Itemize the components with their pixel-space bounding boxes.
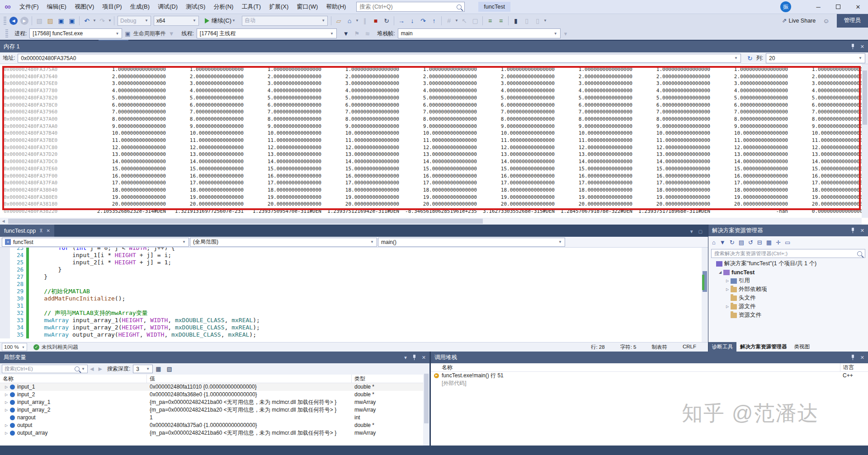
tab-解决方案资源管理器[interactable]: 解决方案资源管理器	[736, 342, 791, 352]
collapse-all-icon[interactable]: ⊟	[757, 239, 762, 246]
live-share-button[interactable]: ⇗ Live Share	[782, 17, 816, 24]
dropdown-icon[interactable]: ▼	[454, 19, 459, 23]
menu-窗口W[interactable]: 窗口(W)	[292, 0, 322, 14]
zoom-select[interactable]: 100 %▼	[2, 343, 27, 351]
home-icon[interactable]: ⌂	[712, 239, 716, 246]
breakpoint-margin[interactable]	[0, 295, 10, 302]
tree-item-外部依赖项[interactable]: ▷外部依赖项	[708, 285, 868, 294]
close-button[interactable]: ✕	[848, 0, 868, 14]
properties-icon[interactable]: ✛	[776, 239, 781, 246]
locals-header-row[interactable]: 名称 值 类型	[0, 375, 429, 383]
minimize-button[interactable]: ─	[808, 0, 828, 14]
callstack-row[interactable]: funcTest.exe!main() 行 51C++	[431, 372, 868, 380]
prev-bookmark-icon[interactable]: ▯	[521, 15, 532, 26]
breakpoint-margin[interactable]	[0, 302, 10, 310]
add-item-icon[interactable]: ▨	[45, 15, 56, 26]
solution-search-input[interactable]: 搜索解决方案资源管理器(Ctrl+;)	[711, 249, 865, 258]
chevron-down-icon[interactable]: ▼	[81, 367, 85, 371]
breakpoint-margin[interactable]	[0, 273, 10, 281]
memory-grid[interactable]: 0x000002480FA375A01.00000000000000001.00…	[0, 66, 862, 217]
dropdown-icon[interactable]: ▼	[355, 19, 359, 23]
tab-类视图[interactable]: 类视图	[791, 342, 814, 352]
breakpoint-margin[interactable]	[0, 281, 10, 288]
locals-row[interactable]: ▷input_10x000002480fa11010 {0.0000000000…	[0, 383, 429, 391]
search-depth-select[interactable]: 3▼	[133, 365, 153, 373]
process-select[interactable]: [17568] funcTest.exe▼	[29, 28, 122, 38]
close-icon[interactable]: ✕	[860, 44, 864, 50]
menu-文件F[interactable]: 文件(F)	[15, 0, 43, 14]
pointer-mode-icon[interactable]: ↖	[459, 15, 470, 26]
method-dropdown[interactable]: main()▼	[378, 238, 565, 247]
pending-changes-icon[interactable]: ▤	[739, 239, 744, 246]
callstack-titlebar[interactable]: 调用堆栈 ✕	[431, 352, 868, 363]
menu-帮助H[interactable]: 帮助(H)	[322, 0, 350, 14]
platform-select[interactable]: x64▼	[154, 16, 199, 26]
menu-调试D[interactable]: 调试(D)	[154, 0, 182, 14]
admin-badge[interactable]: 管理员	[837, 14, 868, 28]
more-options-icon[interactable]: ▾	[564, 30, 567, 37]
step-into-icon[interactable]: ↓	[407, 15, 418, 26]
step-over-icon[interactable]: ↷	[418, 15, 429, 26]
menu-编辑E[interactable]: 编辑(E)	[43, 0, 71, 14]
thread-select[interactable]: [17764] 主线程▼	[197, 28, 337, 38]
expander-icon[interactable]: ▷	[4, 399, 9, 406]
code-view-icon[interactable]: ▭	[785, 239, 790, 246]
maximize-button[interactable]	[828, 0, 848, 14]
close-icon[interactable]: ✕	[47, 228, 50, 233]
refresh-icon[interactable]: ↻	[747, 55, 753, 62]
expander-icon[interactable]: ◢	[717, 270, 723, 274]
menu-测试S[interactable]: 测试(S)	[182, 0, 209, 14]
memory-window-titlebar[interactable]: 内存 1 ✕	[0, 41, 868, 52]
tree-item-解决方案"funcTest"(1 个项目/共 1 个)[interactable]: 解决方案"funcTest"(1 个项目/共 1 个)	[708, 259, 868, 268]
expander-icon[interactable]: ▷	[725, 279, 730, 283]
column-name[interactable]: 名称	[0, 375, 147, 383]
pin-icon[interactable]	[851, 44, 855, 49]
pin-icon[interactable]	[412, 355, 416, 360]
menu-项目P[interactable]: 项目(P)	[98, 0, 126, 14]
next-bookmark-icon[interactable]: ▯	[532, 15, 543, 26]
quick-search-input[interactable]: 搜索 (Ctrl+Q)	[356, 2, 465, 12]
active-files-icon[interactable]: ▼	[689, 229, 694, 234]
locals-row[interactable]: ▷output_array{m_pa=0x000002482421ba60 <无…	[0, 429, 429, 437]
expander-icon[interactable]: ▷	[4, 383, 9, 391]
show-next-statement-icon[interactable]: →	[396, 15, 407, 26]
tree-item-资源文件[interactable]: 资源文件	[708, 311, 868, 319]
callstack-row[interactable]: [外部代码]	[431, 380, 868, 387]
locals-row[interactable]: nargout1int	[0, 414, 429, 422]
close-icon[interactable]: ✕	[422, 355, 426, 361]
bookmark-icon[interactable]: ▮	[510, 15, 521, 26]
hex-display-icon[interactable]: #	[443, 15, 454, 26]
step-out-icon[interactable]: ↑	[429, 15, 439, 26]
redo-icon[interactable]: ↷	[97, 15, 108, 26]
toolbar-grip[interactable]	[5, 29, 8, 38]
breakpoint-margin[interactable]	[0, 288, 10, 295]
break-all-icon[interactable]: ∥	[359, 15, 370, 26]
auto-select[interactable]: 自动▼	[242, 16, 328, 26]
lifecycle-events-label[interactable]: 生命周期事件	[133, 30, 166, 38]
locals-row[interactable]: ▷output0x000002480fa375a0 {1.00000000000…	[0, 422, 429, 429]
filter-icon[interactable]: ▼	[720, 239, 726, 246]
configuration-select[interactable]: Debug▼	[118, 16, 151, 26]
menu-工具T[interactable]: 工具(T)	[237, 0, 265, 14]
close-icon[interactable]: ✕	[860, 355, 864, 361]
search-next-icon[interactable]: ▶	[98, 366, 102, 372]
breakpoint-margin[interactable]	[0, 252, 10, 259]
locals-row[interactable]: ▷input_20x000002480fa368e0 {1.0000000000…	[0, 391, 429, 399]
editor-vertical-scrollbar[interactable]	[702, 248, 708, 342]
toggle-view-icon[interactable]: ▧	[167, 366, 172, 372]
show-all-files-icon[interactable]: ▦	[766, 239, 772, 246]
code-editor[interactable]: 23 for (int j = 0; j < WIDTH; j++) {24 i…	[0, 248, 702, 341]
window-menu-icon[interactable]: ▾	[404, 355, 407, 361]
expander-icon[interactable]: ▷	[4, 429, 9, 437]
locals-row[interactable]: ▷input_array_2{m_pa=0x000002482421ba20 <…	[0, 406, 429, 414]
feedback-icon[interactable]: ☺	[823, 17, 829, 24]
tree-item-源文件[interactable]: ▷源文件	[708, 302, 868, 311]
column-name[interactable]: 名称	[431, 363, 840, 371]
expander-icon[interactable]: ▷	[4, 391, 9, 399]
expander-icon[interactable]: ▷	[725, 287, 730, 291]
problems-status[interactable]: 未找到相关问题	[42, 344, 78, 351]
scroll-left-icon[interactable]: ◀	[0, 218, 7, 225]
column-language[interactable]: 语言	[840, 363, 868, 371]
filter-threads-icon[interactable]: ▼	[343, 30, 349, 37]
column-type[interactable]: 类型	[352, 375, 424, 383]
